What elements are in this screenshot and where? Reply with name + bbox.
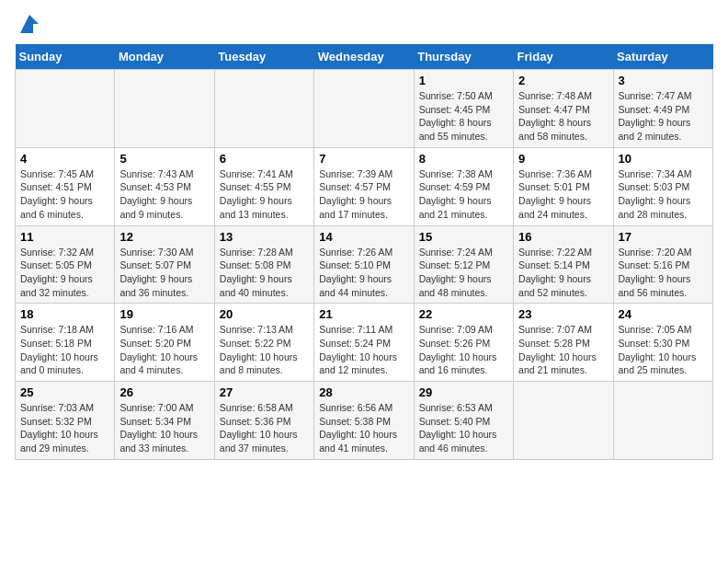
day-number: 4: [20, 152, 109, 166]
header: [15, 15, 713, 37]
calendar-cell: 27Sunrise: 6:58 AM Sunset: 5:36 PM Dayli…: [214, 382, 313, 460]
calendar-cell: [314, 70, 414, 148]
day-number: 15: [419, 230, 508, 244]
day-info: Sunrise: 7:03 AM Sunset: 5:32 PM Dayligh…: [20, 401, 109, 455]
day-of-week-header: Saturday: [613, 44, 712, 70]
calendar-cell: 21Sunrise: 7:11 AM Sunset: 5:24 PM Dayli…: [314, 304, 414, 382]
day-number: 22: [419, 307, 508, 321]
day-number: 25: [20, 385, 109, 399]
logo: [15, 15, 42, 37]
day-info: Sunrise: 7:13 AM Sunset: 5:22 PM Dayligh…: [220, 323, 309, 377]
day-info: Sunrise: 7:48 AM Sunset: 4:47 PM Dayligh…: [518, 89, 608, 144]
calendar-cell: 5Sunrise: 7:43 AM Sunset: 4:53 PM Daylig…: [115, 147, 214, 225]
day-number: 17: [619, 230, 708, 244]
calendar-cell: 12Sunrise: 7:30 AM Sunset: 5:07 PM Dayli…: [115, 225, 214, 304]
calendar-header-row: SundayMondayTuesdayWednesdayThursdayFrid…: [16, 44, 713, 70]
svg-marker-0: [20, 15, 39, 33]
day-info: Sunrise: 7:05 AM Sunset: 5:30 PM Dayligh…: [619, 323, 708, 377]
calendar-cell: 4Sunrise: 7:45 AM Sunset: 4:51 PM Daylig…: [16, 147, 115, 225]
calendar-cell: 3Sunrise: 7:47 AM Sunset: 4:49 PM Daylig…: [613, 70, 712, 148]
day-number: 18: [20, 307, 109, 321]
day-info: Sunrise: 7:07 AM Sunset: 5:28 PM Dayligh…: [518, 323, 608, 377]
day-number: 8: [419, 152, 508, 166]
calendar-week-row: 25Sunrise: 7:03 AM Sunset: 5:32 PM Dayli…: [16, 382, 713, 460]
day-number: 14: [319, 230, 408, 244]
day-of-week-header: Friday: [514, 44, 613, 70]
logo-icon: [17, 11, 42, 37]
day-number: 11: [20, 230, 109, 244]
calendar-cell: 11Sunrise: 7:32 AM Sunset: 5:05 PM Dayli…: [16, 225, 115, 304]
day-info: Sunrise: 7:24 AM Sunset: 5:12 PM Dayligh…: [419, 246, 508, 300]
day-number: 12: [119, 230, 209, 244]
calendar-week-row: 4Sunrise: 7:45 AM Sunset: 4:51 PM Daylig…: [16, 147, 713, 225]
day-number: 21: [319, 307, 408, 321]
day-number: 10: [619, 152, 708, 166]
day-of-week-header: Sunday: [16, 44, 115, 70]
day-number: 9: [518, 152, 608, 166]
calendar-cell: 13Sunrise: 7:28 AM Sunset: 5:08 PM Dayli…: [214, 225, 313, 304]
day-number: 20: [220, 307, 309, 321]
calendar-cell: 14Sunrise: 7:26 AM Sunset: 5:10 PM Dayli…: [314, 225, 414, 304]
day-number: 16: [518, 230, 608, 244]
day-info: Sunrise: 7:38 AM Sunset: 4:59 PM Dayligh…: [419, 167, 508, 222]
calendar-cell: 16Sunrise: 7:22 AM Sunset: 5:14 PM Dayli…: [514, 225, 613, 304]
day-of-week-header: Thursday: [414, 44, 513, 70]
day-of-week-header: Tuesday: [214, 44, 313, 70]
calendar-cell: 22Sunrise: 7:09 AM Sunset: 5:26 PM Dayli…: [414, 304, 513, 382]
day-info: Sunrise: 7:26 AM Sunset: 5:10 PM Dayligh…: [319, 246, 408, 300]
day-info: Sunrise: 6:58 AM Sunset: 5:36 PM Dayligh…: [220, 401, 309, 455]
day-info: Sunrise: 7:09 AM Sunset: 5:26 PM Dayligh…: [419, 323, 508, 377]
day-info: Sunrise: 6:53 AM Sunset: 5:40 PM Dayligh…: [419, 401, 508, 455]
calendar-cell: 17Sunrise: 7:20 AM Sunset: 5:16 PM Dayli…: [613, 225, 712, 304]
day-info: Sunrise: 7:28 AM Sunset: 5:08 PM Dayligh…: [220, 246, 309, 300]
calendar-cell: [613, 382, 712, 460]
day-info: Sunrise: 7:16 AM Sunset: 5:20 PM Dayligh…: [119, 323, 209, 377]
day-of-week-header: Monday: [115, 44, 214, 70]
day-number: 23: [518, 307, 608, 321]
calendar-body: 1Sunrise: 7:50 AM Sunset: 4:45 PM Daylig…: [16, 70, 713, 460]
day-number: 1: [419, 74, 508, 87]
calendar-cell: [16, 70, 115, 148]
calendar-cell: 24Sunrise: 7:05 AM Sunset: 5:30 PM Dayli…: [613, 304, 712, 382]
day-number: 3: [619, 74, 708, 87]
day-number: 29: [419, 385, 508, 399]
day-number: 6: [220, 152, 309, 166]
calendar-cell: [115, 70, 214, 148]
day-info: Sunrise: 7:32 AM Sunset: 5:05 PM Dayligh…: [20, 246, 109, 300]
day-info: Sunrise: 7:50 AM Sunset: 4:45 PM Dayligh…: [419, 89, 508, 144]
day-info: Sunrise: 7:30 AM Sunset: 5:07 PM Dayligh…: [119, 246, 209, 300]
calendar-cell: 23Sunrise: 7:07 AM Sunset: 5:28 PM Dayli…: [514, 304, 613, 382]
calendar-cell: 2Sunrise: 7:48 AM Sunset: 4:47 PM Daylig…: [514, 70, 613, 148]
calendar-cell: 8Sunrise: 7:38 AM Sunset: 4:59 PM Daylig…: [414, 147, 513, 225]
calendar-cell: 26Sunrise: 7:00 AM Sunset: 5:34 PM Dayli…: [115, 382, 214, 460]
day-of-week-header: Wednesday: [314, 44, 414, 70]
calendar-cell: 6Sunrise: 7:41 AM Sunset: 4:55 PM Daylig…: [214, 147, 313, 225]
day-number: 19: [119, 307, 209, 321]
calendar-week-row: 11Sunrise: 7:32 AM Sunset: 5:05 PM Dayli…: [16, 225, 713, 304]
day-info: Sunrise: 7:20 AM Sunset: 5:16 PM Dayligh…: [619, 246, 708, 300]
calendar-cell: 19Sunrise: 7:16 AM Sunset: 5:20 PM Dayli…: [115, 304, 214, 382]
day-number: 5: [119, 152, 209, 166]
calendar-cell: 9Sunrise: 7:36 AM Sunset: 5:01 PM Daylig…: [514, 147, 613, 225]
day-info: Sunrise: 7:36 AM Sunset: 5:01 PM Dayligh…: [518, 167, 608, 222]
day-info: Sunrise: 7:00 AM Sunset: 5:34 PM Dayligh…: [119, 401, 209, 455]
day-number: 13: [220, 230, 309, 244]
day-number: 2: [518, 74, 608, 87]
calendar-week-row: 18Sunrise: 7:18 AM Sunset: 5:18 PM Dayli…: [16, 304, 713, 382]
day-info: Sunrise: 7:11 AM Sunset: 5:24 PM Dayligh…: [319, 323, 408, 377]
calendar-cell: 20Sunrise: 7:13 AM Sunset: 5:22 PM Dayli…: [214, 304, 313, 382]
day-info: Sunrise: 7:34 AM Sunset: 5:03 PM Dayligh…: [619, 167, 708, 222]
day-info: Sunrise: 7:22 AM Sunset: 5:14 PM Dayligh…: [518, 246, 608, 300]
day-info: Sunrise: 7:43 AM Sunset: 4:53 PM Dayligh…: [119, 167, 209, 222]
day-info: Sunrise: 6:56 AM Sunset: 5:38 PM Dayligh…: [319, 401, 408, 455]
calendar-cell: [514, 382, 613, 460]
calendar-cell: 29Sunrise: 6:53 AM Sunset: 5:40 PM Dayli…: [414, 382, 513, 460]
day-number: 27: [220, 385, 309, 399]
calendar-cell: 25Sunrise: 7:03 AM Sunset: 5:32 PM Dayli…: [16, 382, 115, 460]
day-number: 7: [319, 152, 408, 166]
day-number: 28: [319, 385, 408, 399]
calendar-table: SundayMondayTuesdayWednesdayThursdayFrid…: [15, 44, 713, 460]
calendar-cell: 7Sunrise: 7:39 AM Sunset: 4:57 PM Daylig…: [314, 147, 414, 225]
day-number: 24: [619, 307, 708, 321]
day-info: Sunrise: 7:45 AM Sunset: 4:51 PM Dayligh…: [20, 167, 109, 222]
